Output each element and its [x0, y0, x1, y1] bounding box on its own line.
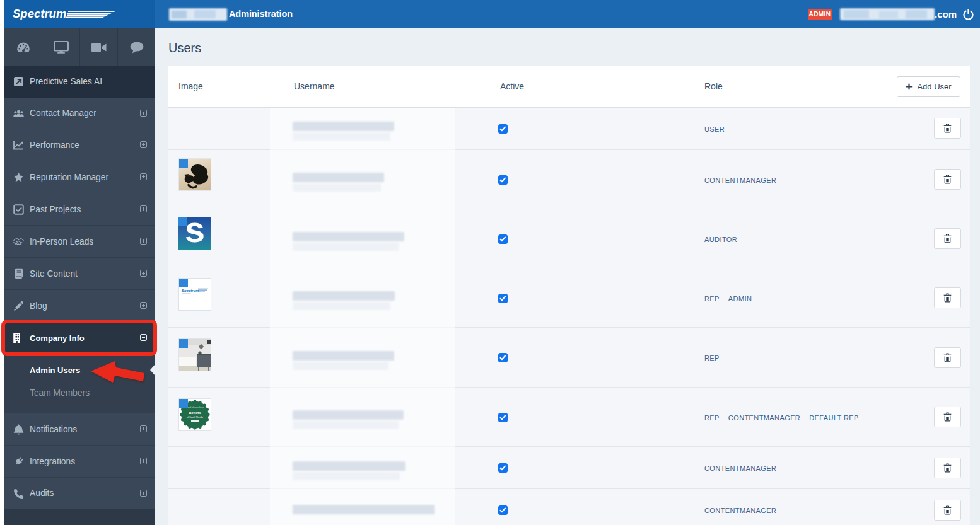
svg-text:award of excellence: award of excellence	[185, 406, 204, 408]
svg-text:of South Florida: of South Florida	[187, 416, 202, 418]
svg-text:Spectrum: Spectrum	[13, 7, 66, 20]
svg-text:Spectrum: Spectrum	[182, 289, 199, 292]
svg-text:Bekins: Bekins	[189, 411, 201, 415]
